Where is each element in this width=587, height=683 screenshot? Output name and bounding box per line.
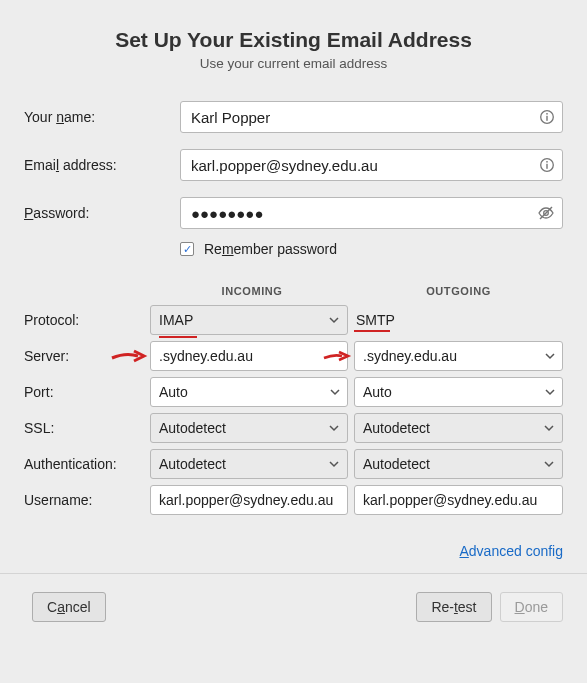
chevron-down-icon xyxy=(329,456,339,472)
incoming-username-input[interactable] xyxy=(150,485,348,515)
remember-checkbox[interactable]: ✓ xyxy=(180,242,194,256)
remember-label: Remember password xyxy=(204,241,337,257)
outgoing-header: OUTGOING xyxy=(354,285,563,297)
incoming-auth-select[interactable]: Autodetect xyxy=(150,449,348,479)
eye-off-icon[interactable] xyxy=(537,204,555,222)
spellcheck-underline xyxy=(159,336,197,338)
spellcheck-underline xyxy=(354,330,390,332)
done-button[interactable]: Done xyxy=(500,592,563,622)
auth-label: Authentication: xyxy=(24,456,150,472)
svg-rect-4 xyxy=(546,164,547,169)
incoming-server-input[interactable] xyxy=(150,341,348,371)
advanced-config-link[interactable]: Advanced config xyxy=(459,543,563,559)
incoming-protocol-select[interactable]: IMAP xyxy=(150,305,348,335)
incoming-port-input[interactable] xyxy=(150,377,348,407)
incoming-ssl-select[interactable]: Autodetect xyxy=(150,413,348,443)
username-label: Username: xyxy=(24,492,150,508)
password-input[interactable] xyxy=(180,197,563,229)
cancel-button[interactable]: Cancel xyxy=(32,592,106,622)
svg-rect-2 xyxy=(546,113,547,115)
outgoing-username-input[interactable] xyxy=(354,485,563,515)
incoming-header: INCOMING xyxy=(150,285,354,297)
arrow-annotation-icon xyxy=(110,348,148,364)
outgoing-port-input[interactable] xyxy=(354,377,563,407)
outgoing-ssl-select[interactable]: Autodetect xyxy=(354,413,563,443)
email-input[interactable] xyxy=(180,149,563,181)
retest-button[interactable]: Re-test xyxy=(416,592,491,622)
name-input[interactable] xyxy=(180,101,563,133)
password-label: Password: xyxy=(24,205,180,221)
arrow-annotation-icon xyxy=(322,349,352,363)
check-icon: ✓ xyxy=(183,244,192,255)
svg-rect-5 xyxy=(546,161,547,163)
email-label: Email address: xyxy=(24,157,180,173)
chevron-down-icon xyxy=(329,312,339,328)
page-title: Set Up Your Existing Email Address xyxy=(24,28,563,52)
chevron-down-icon xyxy=(544,456,554,472)
chevron-down-icon xyxy=(329,420,339,436)
ssl-label: SSL: xyxy=(24,420,150,436)
outgoing-auth-select[interactable]: Autodetect xyxy=(354,449,563,479)
svg-rect-1 xyxy=(546,116,547,121)
outgoing-protocol: SMTP xyxy=(354,312,395,328)
chevron-down-icon xyxy=(544,420,554,436)
port-label: Port: xyxy=(24,384,150,400)
info-icon[interactable] xyxy=(539,157,555,173)
protocol-label: Protocol: xyxy=(24,312,150,328)
name-label: Your name: xyxy=(24,109,180,125)
page-subtitle: Use your current email address xyxy=(24,56,563,71)
outgoing-server-input[interactable] xyxy=(354,341,563,371)
info-icon[interactable] xyxy=(539,109,555,125)
